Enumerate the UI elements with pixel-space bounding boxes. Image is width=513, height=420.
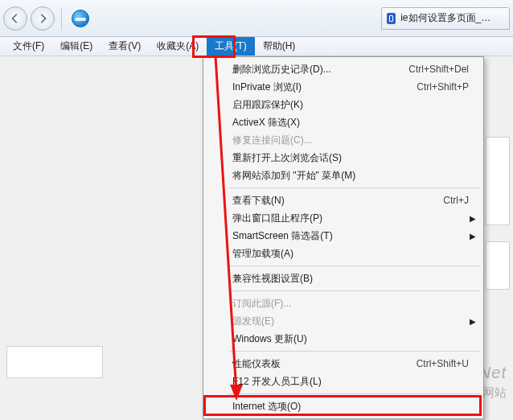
menu-tools[interactable]: 工具(T): [207, 37, 254, 56]
dropdown-icon-slot: [207, 397, 228, 415]
dropdown-item-label: Internet 选项(O): [228, 400, 469, 414]
dropdown-item[interactable]: Windows 更新(U): [205, 330, 482, 348]
dropdown-item[interactable]: 性能仪表板Ctrl+Shift+U: [205, 355, 482, 373]
dropdown-item[interactable]: InPrivate 浏览(I)Ctrl+Shift+P: [205, 78, 482, 96]
browser-tab[interactable]: ie如何设置多页面_百度搜...: [381, 7, 510, 30]
dropdown-item-shortcut: Ctrl+Shift+U: [408, 358, 469, 369]
dropdown-separator: [229, 266, 480, 266]
dropdown-item[interactable]: 弹出窗口阻止程序(P)▶: [205, 209, 482, 227]
dropdown-icon-slot: [207, 245, 228, 262]
dropdown-item[interactable]: 重新打开上次浏览会话(S): [205, 149, 482, 167]
submenu-arrow-icon: ▶: [469, 317, 477, 326]
separator: [61, 7, 62, 30]
dropdown-icon-slot: [207, 373, 228, 390]
dropdown-item-label: Windows 更新(U): [228, 332, 469, 346]
dropdown-item-label: 性能仪表板: [228, 357, 408, 371]
dropdown-icon-slot: [207, 131, 228, 149]
menu-file[interactable]: 文件(F): [5, 37, 52, 56]
dropdown-item[interactable]: Internet 选项(O): [205, 397, 482, 415]
dropdown-icon-slot: [207, 227, 228, 245]
arrow-left-icon: [10, 13, 21, 24]
dropdown-item[interactable]: 查看下载(N)Ctrl+J: [205, 191, 482, 209]
dropdown-item-label: 管理加载项(A): [228, 247, 469, 261]
dropdown-item[interactable]: F12 开发人员工具(L): [205, 373, 482, 390]
dropdown-icon-slot: [207, 167, 228, 184]
favicon-icon: [387, 13, 396, 24]
menu-help[interactable]: 帮助(H): [255, 37, 304, 56]
menu-favorites[interactable]: 收藏夹(A): [149, 37, 207, 56]
dropdown-item-shortcut: Ctrl+Shift+P: [408, 81, 469, 93]
dropdown-icon-slot: [207, 191, 228, 209]
dropdown-item-label: 将网站添加到 "开始" 菜单(M): [228, 169, 469, 183]
dropdown-item-label: 查看下载(N): [228, 194, 435, 208]
dropdown-icon-slot: [207, 60, 228, 78]
dropdown-icon-slot: [207, 113, 228, 131]
dropdown-item[interactable]: 管理加载项(A): [205, 245, 482, 262]
dropdown-separator: [229, 290, 480, 291]
menu-edit[interactable]: 编辑(E): [52, 37, 101, 56]
submenu-arrow-icon: ▶: [469, 232, 477, 241]
dropdown-item-label: 弹出窗口阻止程序(P): [228, 212, 469, 225]
dropdown-separator: [229, 393, 480, 394]
menu-view[interactable]: 查看(V): [101, 37, 149, 56]
dropdown-item[interactable]: 将网站添加到 "开始" 菜单(M): [205, 167, 482, 184]
dropdown-icon-slot: [207, 312, 228, 330]
dropdown-icon-slot: [207, 355, 228, 373]
dropdown-icon-slot: [207, 96, 228, 113]
dropdown-item-shortcut: Ctrl+Shift+Del: [400, 64, 469, 75]
dropdown-item-label: F12 开发人员工具(L): [228, 375, 469, 389]
bg-block: [6, 346, 103, 378]
back-button[interactable]: [3, 6, 27, 31]
titlebar: ie如何设置多页面_百度搜...: [0, 0, 513, 37]
arrow-right-icon: [37, 13, 48, 24]
dropdown-item-label: InPrivate 浏览(I): [228, 80, 408, 94]
dropdown-icon-slot: [207, 294, 228, 312]
dropdown-item-label: 源发现(E): [228, 315, 469, 328]
dropdown-item-label: SmartScreen 筛选器(T): [228, 229, 469, 243]
dropdown-item: 订阅此源(F)...: [205, 294, 482, 312]
bg-block: [486, 241, 510, 290]
tab-title: ie如何设置多页面_百度搜...: [400, 11, 495, 25]
submenu-arrow-icon: ▶: [469, 214, 477, 223]
dropdown-item: 修复连接问题(C)...: [205, 131, 482, 149]
dropdown-item-label: 重新打开上次浏览会话(S): [228, 151, 469, 165]
dropdown-item-label: 修复连接问题(C)...: [228, 134, 469, 147]
ie-logo-icon: [72, 10, 89, 27]
dropdown-separator: [229, 351, 480, 352]
dropdown-item-label: ActiveX 筛选(X): [228, 116, 469, 130]
dropdown-item: 源发现(E)▶: [205, 312, 482, 330]
dropdown-icon-slot: [207, 209, 228, 227]
dropdown-item[interactable]: 启用跟踪保护(K): [205, 96, 482, 113]
dropdown-item[interactable]: 删除浏览历史记录(D)...Ctrl+Shift+Del: [205, 60, 482, 78]
dropdown-icon-slot: [207, 149, 228, 167]
dropdown-item-label: 删除浏览历史记录(D)...: [228, 63, 400, 76]
dropdown-item-label: 启用跟踪保护(K): [228, 98, 469, 112]
dropdown-item-shortcut: Ctrl+J: [435, 195, 469, 206]
dropdown-item-label: 订阅此源(F)...: [228, 297, 469, 311]
dropdown-icon-slot: [207, 330, 228, 348]
bg-block: [486, 137, 510, 225]
dropdown-item[interactable]: ActiveX 筛选(X): [205, 113, 482, 131]
tools-dropdown: 删除浏览历史记录(D)...Ctrl+Shift+DelInPrivate 浏览…: [203, 56, 484, 419]
dropdown-item[interactable]: 兼容性视图设置(B): [205, 270, 482, 287]
dropdown-icon-slot: [207, 270, 228, 287]
forward-button[interactable]: [31, 6, 55, 31]
dropdown-separator: [229, 187, 480, 188]
dropdown-item[interactable]: SmartScreen 筛选器(T)▶: [205, 227, 482, 245]
menubar: 文件(F) 编辑(E) 查看(V) 收藏夹(A) 工具(T) 帮助(H): [0, 37, 513, 56]
dropdown-icon-slot: [207, 78, 228, 96]
dropdown-item-label: 兼容性视图设置(B): [228, 272, 469, 286]
